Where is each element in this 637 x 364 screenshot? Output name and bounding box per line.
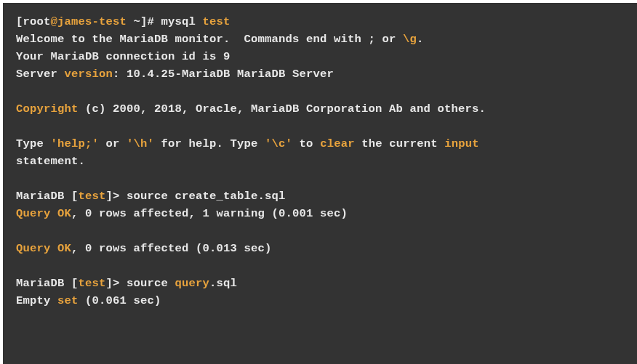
prompt-user: [root	[16, 15, 51, 28]
query-result-line: Query OK, 0 rows affected, 1 warning (0.…	[16, 207, 348, 220]
copyright-keyword: Copyright	[16, 102, 79, 116]
query-ok: Query OK	[16, 207, 71, 220]
connection-id-line: Your MariaDB connection id is 9	[16, 50, 231, 63]
help-line: Type 'help;' or '\h' for help. Type '\c'…	[16, 137, 479, 150]
terminal-output: [root@james-test ~]# mysql test Welcome …	[3, 3, 637, 364]
filename-part: query	[175, 277, 210, 290]
command-arg: test	[203, 15, 231, 28]
mariadb-prompt-line: MariaDB [test]> source create_table.sql	[16, 190, 286, 203]
query-ok: Query OK	[16, 242, 71, 255]
db-name: test	[79, 277, 106, 290]
welcome-line: Welcome to the MariaDB monitor. Commands…	[16, 33, 424, 46]
mariadb-prompt-line: MariaDB [test]> source query.sql	[16, 277, 237, 290]
server-version-line: Server version: 10.4.25-MariaDB MariaDB …	[16, 68, 334, 81]
version-keyword: version	[65, 68, 113, 81]
copyright-line: Copyright (c) 2000, 2018, Oracle, MariaD…	[16, 102, 486, 116]
prompt-host: @james-test	[51, 15, 127, 28]
statement-line: statement.	[16, 155, 85, 168]
escape-sequence: \g	[403, 33, 417, 46]
empty-set-line: Empty set (0.061 sec)	[16, 294, 161, 307]
prompt-path: ~]# mysql	[127, 15, 203, 28]
query-result-line: Query OK, 0 rows affected (0.013 sec)	[16, 242, 272, 255]
db-name: test	[79, 190, 106, 203]
set-keyword: set	[57, 294, 79, 307]
prompt-line: [root@james-test ~]# mysql test	[16, 15, 231, 28]
